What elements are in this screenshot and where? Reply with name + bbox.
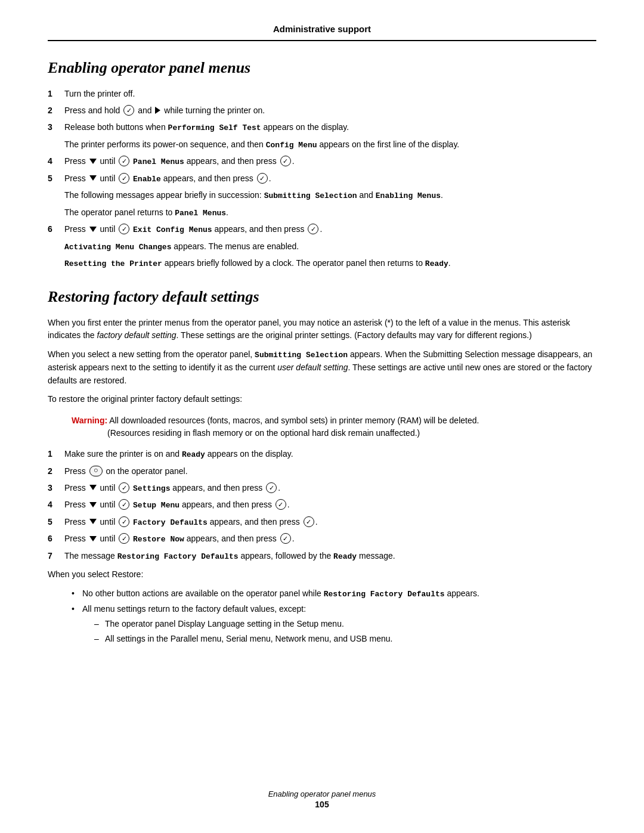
check-icon: ✓: [119, 516, 129, 527]
step-1-6: 6 Press until ✓ Exit Config Menus appear…: [48, 223, 596, 236]
page-footer: Enabling operator panel menus 105: [48, 789, 596, 809]
check-icon: ✓: [280, 156, 291, 166]
step-1-6-sub2: Resetting the Printer appears briefly fo…: [64, 257, 596, 270]
check-icon: ✓: [304, 516, 314, 527]
step-num: 5: [48, 516, 64, 528]
arrow-down-icon: [89, 227, 97, 232]
step-content: Press ◯ on the operator panel.: [64, 465, 596, 478]
dash: –: [94, 633, 105, 645]
warning-text: All downloaded resources (fonts, macros,…: [109, 416, 479, 425]
check-icon: ✓: [119, 482, 129, 493]
header-rule: [48, 40, 596, 41]
step-1-5: 5 Press until ✓ Enable appears, and then…: [48, 172, 596, 185]
step-num: 7: [48, 550, 64, 562]
step-num: 2: [48, 104, 64, 117]
footer-label: Enabling operator panel menus: [48, 789, 596, 798]
step-num: 1: [48, 448, 64, 460]
section1-title: Enabling operator panel menus: [48, 59, 596, 77]
check-icon: ✓: [119, 173, 129, 184]
step-content: Press until ✓ Settings appears, and then…: [64, 482, 596, 495]
step-content: Press and hold ✓ and while turning the p…: [64, 104, 596, 117]
arrow-down-icon: [89, 175, 97, 181]
check-icon: ✓: [119, 224, 129, 234]
when-restore-label: When you select Restore:: [48, 568, 596, 581]
check-icon: ✓: [119, 156, 129, 166]
sub-bullet-1: – The operator panel Display Language se…: [94, 618, 392, 630]
step-1-5-sub1: The following messages appear briefly in…: [64, 189, 596, 202]
check-icon: ✓: [257, 173, 268, 184]
sub-bullet-2: – All settings in the Parallel menu, Ser…: [94, 633, 392, 645]
section2-para2: When you select a new setting from the o…: [48, 348, 596, 388]
section1-steps-continued: 4 Press until ✓ Panel Menus appears, and…: [48, 155, 596, 185]
step-num: 6: [48, 532, 64, 545]
bullet-dot: •: [72, 587, 82, 600]
restore-bullets: • No other button actions are available …: [72, 587, 596, 648]
step-content: Make sure the printer is on and Ready ap…: [64, 448, 596, 461]
step-1-4: 4 Press until ✓ Panel Menus appears, and…: [48, 155, 596, 168]
arrow-down-icon: [89, 519, 97, 524]
arrow-down-icon: [89, 536, 97, 541]
step-content: Press until ✓ Setup Menu appears, and th…: [64, 498, 596, 512]
step-content: The message Restoring Factory Defaults a…: [64, 550, 596, 563]
sub-bullet-text-1: The operator panel Display Language sett…: [105, 618, 344, 630]
page: Administrative support Enabling operator…: [0, 0, 644, 833]
bullet-text-1: No other button actions are available on…: [82, 587, 479, 600]
section2-steps: 1 Make sure the printer is on and Ready …: [48, 448, 596, 562]
sub-bullet-text-2: All settings in the Parallel menu, Seria…: [105, 633, 392, 645]
section2-title: Restoring factory default settings: [48, 288, 596, 306]
check-icon: ✓: [280, 533, 291, 544]
warning-label: Warning:: [72, 416, 107, 425]
sub-bullets: – The operator panel Display Language se…: [94, 618, 392, 645]
step-2-1: 1 Make sure the printer is on and Ready …: [48, 448, 596, 461]
arrow-down-icon: [89, 159, 97, 164]
warning-block: Warning: All downloaded resources (fonts…: [72, 414, 572, 439]
check-icon: ✓: [123, 105, 134, 116]
step-content: Press until ✓ Enable appears, and then p…: [64, 172, 596, 185]
step-2-4: 4 Press until ✓ Setup Menu appears, and …: [48, 498, 596, 512]
section-restoring: Restoring factory default settings When …: [48, 288, 596, 648]
step-num: 5: [48, 172, 64, 185]
section1-steps-cont2: 6 Press until ✓ Exit Config Menus appear…: [48, 223, 596, 236]
step-content: Press until ✓ Restore Now appears, and t…: [64, 532, 596, 546]
page-header: Administrative support: [48, 24, 596, 34]
step-num: 3: [48, 482, 64, 494]
step-num: 4: [48, 498, 64, 511]
step-content: Release both buttons when Performing Sel…: [64, 121, 596, 134]
check-icon: ✓: [266, 482, 277, 493]
bullet-item-2: • All menu settings return to the factor…: [72, 603, 596, 648]
footer-page-num: 105: [48, 800, 596, 809]
step-1-5-sub2: The operator panel returns to Panel Menu…: [64, 206, 596, 219]
step-content: Press until ✓ Panel Menus appears, and t…: [64, 155, 596, 168]
step-1-1: 1 Turn the printer off.: [48, 88, 596, 100]
section2-para1: When you first enter the printer menus f…: [48, 317, 596, 342]
step-num: 3: [48, 121, 64, 134]
step-num: 2: [48, 465, 64, 478]
header-title: Administrative support: [273, 24, 371, 34]
arrow-right-icon: [155, 107, 160, 114]
step-num: 4: [48, 155, 64, 168]
step-1-6-sub1: Activating Menu Changes appears. The men…: [64, 240, 596, 253]
arrow-down-icon: [89, 502, 97, 507]
check-icon: ✓: [119, 533, 129, 544]
section1-steps: 1 Turn the printer off. 2 Press and hold…: [48, 88, 596, 134]
operator-panel-icon: ◯: [89, 466, 103, 476]
step-2-3: 3 Press until ✓ Settings appears, and th…: [48, 482, 596, 495]
check-icon: ✓: [119, 499, 129, 510]
step-num: 1: [48, 88, 64, 100]
section2-para3: To restore the original printer factory …: [48, 393, 596, 406]
bullet-item-1: • No other button actions are available …: [72, 587, 596, 600]
step-content: Press until ✓ Exit Config Menus appears,…: [64, 223, 596, 236]
check-icon: ✓: [308, 224, 318, 234]
step-num: 6: [48, 223, 64, 236]
step-1-3: 3 Release both buttons when Performing S…: [48, 121, 596, 134]
step-2-2: 2 Press ◯ on the operator panel.: [48, 465, 596, 478]
bullet-dot: •: [72, 603, 82, 615]
step-2-7: 7 The message Restoring Factory Defaults…: [48, 550, 596, 563]
step-1-3-sub: The printer performs its power-on sequen…: [64, 138, 596, 151]
section-enabling: Enabling operator panel menus 1 Turn the…: [48, 59, 596, 270]
check-icon: ✓: [275, 499, 286, 510]
bullet-text-2: All menu settings return to the factory …: [82, 603, 392, 648]
step-content: Press until ✓ Factory Defaults appears, …: [64, 516, 596, 529]
step-1-2: 2 Press and hold ✓ and while turning the…: [48, 104, 596, 117]
step-2-5: 5 Press until ✓ Factory Defaults appears…: [48, 516, 596, 529]
